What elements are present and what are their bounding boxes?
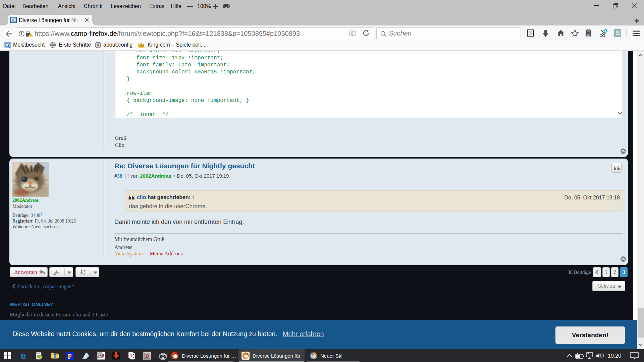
svg-text:D: D (145, 353, 149, 359)
svg-text:king: king (140, 45, 144, 47)
svg-text:F: F (68, 353, 72, 360)
svg-text:e: e (20, 351, 26, 360)
